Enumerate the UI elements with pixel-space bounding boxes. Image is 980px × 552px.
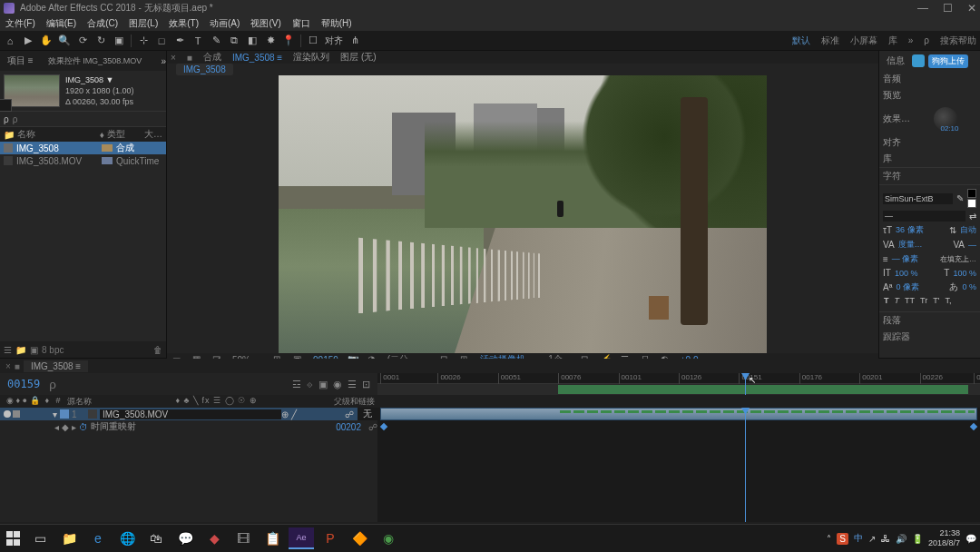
roto-tool-icon[interactable]: ✸ [264, 34, 277, 47]
col-name[interactable]: 名称 [17, 128, 35, 141]
shy-icon[interactable]: ⟐ [307, 379, 313, 390]
expression-pickwhip-icon[interactable]: ☍ [368, 422, 377, 432]
file-explorer-icon[interactable]: 📁 [56, 527, 82, 549]
swap-colors-icon[interactable]: ⇄ [969, 212, 976, 222]
edge-icon[interactable]: e [85, 527, 111, 549]
fill-swatch[interactable] [967, 189, 976, 198]
workspace-lib[interactable]: 库 [888, 34, 897, 47]
browser-icon[interactable]: 🌐 [114, 527, 140, 549]
subscript[interactable]: T, [944, 296, 952, 305]
character-panel-title[interactable]: 字符 [879, 167, 980, 184]
vscale-value[interactable]: 100 % [895, 269, 918, 278]
camera-tool-icon[interactable]: ▣ [113, 34, 125, 47]
power-icon[interactable]: 🔋 [912, 534, 923, 544]
libs-panel-title[interactable]: 库 [879, 151, 980, 167]
snap-edge-icon[interactable]: ⋔ [348, 34, 361, 47]
sticky-notes-icon[interactable]: 📋 [260, 527, 285, 549]
tray-expand-icon[interactable]: ˄ [827, 534, 831, 544]
snap-icon[interactable]: ☐ [307, 34, 319, 47]
store-icon[interactable]: 🛍 [143, 527, 169, 549]
draft-3d-icon[interactable]: ⊡ [362, 379, 370, 390]
keyframe-icon[interactable] [380, 423, 387, 430]
chat-icon[interactable]: 💬 [172, 527, 198, 549]
rotation-tool-icon[interactable]: ↻ [94, 34, 107, 47]
window-minimize-button[interactable]: — [917, 2, 928, 15]
brush-tool-icon[interactable]: ✎ [210, 34, 222, 47]
kerning-value[interactable]: 度量… [898, 239, 923, 251]
keyframe-nav-icon[interactable]: ◂ ◆ ▸ [54, 422, 76, 432]
leading-value[interactable]: 自动 [960, 224, 976, 236]
menu-effect[interactable]: 效果(T) [169, 17, 199, 30]
powerpoint-icon[interactable]: P [318, 527, 343, 549]
font-family-select[interactable]: SimSun-ExtB [883, 193, 953, 204]
new-comp-icon[interactable]: ▣ [30, 345, 38, 355]
interpret-icon[interactable]: ☰ [4, 345, 12, 355]
audio-panel-title[interactable]: 音频 [879, 71, 980, 87]
volume-icon[interactable]: 🔊 [896, 534, 906, 544]
puppet-tool-icon[interactable]: 📍 [282, 34, 295, 47]
all-caps[interactable]: TT [904, 296, 916, 305]
parent-dropdown[interactable]: 无 [358, 408, 377, 420]
info-panel-title[interactable]: 信息 [883, 53, 908, 69]
timeline-ruler[interactable]: 0001 00026 00051 00076 00101 00126 00151… [377, 373, 980, 384]
comp-mini-icon[interactable]: ☲ [292, 379, 301, 390]
layer-switches[interactable]: ⊕ ╱ [281, 409, 345, 419]
movies-icon[interactable]: 🎞 [230, 527, 256, 549]
asset-thumbnail[interactable] [4, 74, 60, 107]
col-source-name[interactable]: 源名称 [64, 396, 173, 408]
menu-edit[interactable]: 编辑(E) [46, 17, 76, 30]
anchor-tool-icon[interactable]: ⊹ [137, 34, 150, 47]
help-search-icon[interactable]: ρ [924, 35, 929, 45]
effects-panel-title[interactable]: 效果… [883, 113, 910, 125]
twirl-icon[interactable]: ▾ [53, 409, 57, 419]
menu-layer[interactable]: 图层(L) [129, 17, 158, 30]
delete-icon[interactable]: 🗑 [153, 345, 162, 355]
app2-icon[interactable]: 🔶 [347, 527, 372, 549]
playhead[interactable] [745, 373, 746, 395]
app-icon[interactable]: ◆ [201, 527, 227, 549]
frame-blend-icon[interactable]: ▣ [318, 379, 328, 390]
layer-tab[interactable]: 图层 (无) [340, 51, 376, 64]
network-icon[interactable]: 🖧 [881, 534, 890, 544]
property-name[interactable]: 时间重映射 [91, 420, 136, 433]
pen-tool-icon[interactable]: ✒ [173, 34, 186, 47]
timeline-search-input[interactable] [49, 378, 103, 391]
ime-lang[interactable]: 中 [854, 532, 863, 545]
orbit-tool-icon[interactable]: ⟳ [76, 34, 89, 47]
upload-button[interactable]: 狗狗上传 [928, 54, 968, 68]
col-size[interactable]: 大… [144, 128, 162, 141]
project-item-comp[interactable]: IMG_3508 合成 [0, 142, 166, 154]
eraser-tool-icon[interactable]: ◧ [246, 34, 259, 47]
hand-tool-icon[interactable]: ✋ [40, 34, 53, 47]
notification-icon[interactable]: 💬 [965, 534, 976, 544]
workspace-default[interactable]: 默认 [792, 34, 810, 47]
property-value[interactable]: 00202 [336, 422, 361, 432]
window-maximize-button[interactable]: ☐ [943, 2, 953, 15]
parent-pickwhip-icon[interactable]: ☍ [345, 409, 354, 419]
preview-knob[interactable] [934, 107, 957, 131]
timeline-tab[interactable]: IMG_3508 ≡ [24, 360, 88, 372]
timeline-timecode[interactable]: 00159 [7, 378, 40, 390]
timeline-workarea[interactable] [377, 384, 980, 395]
align-panel-title[interactable]: 对齐 [879, 134, 980, 151]
tracking-value[interactable]: — [968, 241, 976, 250]
audio-toggle-icon[interactable] [13, 410, 20, 418]
col-type[interactable]: 类型 [107, 128, 144, 141]
menu-file[interactable]: 文件(F) [5, 17, 35, 30]
small-caps[interactable]: Tr [919, 296, 928, 305]
menu-composition[interactable]: 合成(C) [87, 17, 118, 30]
preview-panel-title[interactable]: 预览 [879, 87, 980, 104]
ime-indicator[interactable]: S [837, 533, 848, 545]
font-style-select[interactable]: — [883, 211, 965, 222]
help-search-input[interactable]: 搜索帮助 [940, 34, 976, 47]
timeline-layer-row[interactable]: ▾ 1 IMG_3508.MOV ⊕ ╱ ☍ 无 [0, 408, 377, 420]
menu-window[interactable]: 窗口 [292, 17, 310, 30]
taskview-icon[interactable]: ▭ [27, 527, 53, 549]
faux-italic[interactable]: T [894, 296, 901, 305]
render-queue-tab[interactable]: 渲染队列 [293, 51, 329, 64]
graph-editor-icon[interactable]: ☰ [348, 379, 357, 390]
home-tool-icon[interactable]: ⌂ [4, 34, 16, 47]
paragraph-panel-title[interactable]: 段落 [879, 311, 980, 329]
workspace-more-icon[interactable]: » [908, 35, 914, 45]
bpc-toggle[interactable]: 8 bpc [42, 345, 64, 355]
